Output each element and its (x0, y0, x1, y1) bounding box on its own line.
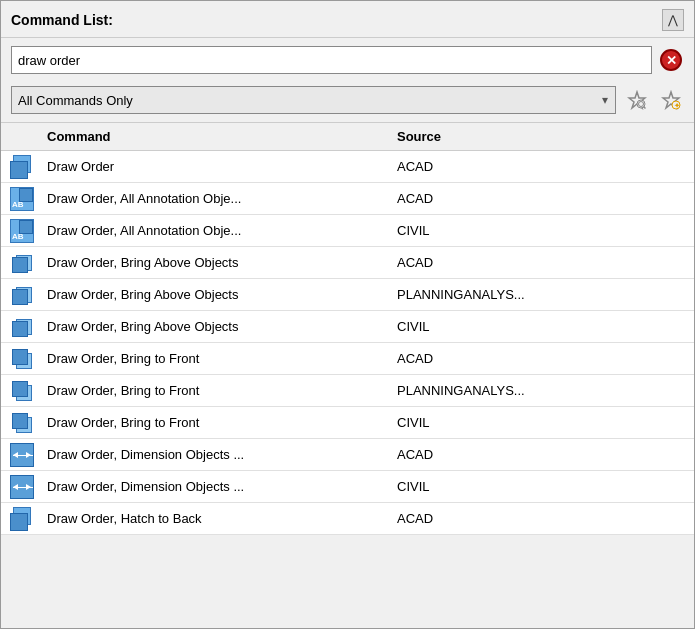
star-edit-icon: ✦ (661, 90, 681, 110)
col-source-header: Source (393, 127, 694, 146)
row-command-text: Draw Order, Bring Above Objects (43, 283, 393, 306)
row-command-text: Draw Order, Bring to Front (43, 411, 393, 434)
row-icon (1, 443, 43, 467)
row-icon (1, 475, 43, 499)
collapse-button[interactable]: ⋀ (662, 9, 684, 31)
row-source-text: ACAD (393, 187, 694, 210)
table-container: Command Source Draw OrderACAD AB Draw Or… (1, 122, 694, 628)
col-command-header: Command (43, 127, 393, 146)
table-row[interactable]: Draw Order, Bring to FrontPLANNINGANALYS… (1, 375, 694, 407)
row-source-text: ACAD (393, 443, 694, 466)
row-icon (1, 347, 43, 371)
row-source-text: CIVIL (393, 475, 694, 498)
table-row[interactable]: AB Draw Order, All Annotation Obje...CIV… (1, 215, 694, 247)
row-source-text: ACAD (393, 251, 694, 274)
filter-row: All Commands Only ACAD Commands Only CIV… (1, 82, 694, 122)
bring-front-icon (10, 379, 34, 403)
window-title: Command List: (11, 12, 113, 28)
ab-icon: AB (10, 187, 34, 211)
row-command-text: Draw Order, All Annotation Obje... (43, 187, 393, 210)
row-icon (1, 379, 43, 403)
row-icon (1, 315, 43, 339)
row-icon: AB (1, 219, 43, 243)
row-command-text: Draw Order, Bring Above Objects (43, 315, 393, 338)
table-body[interactable]: Draw OrderACAD AB Draw Order, All Annota… (1, 151, 694, 628)
dimension-icon (10, 475, 34, 499)
row-command-text: Draw Order, Dimension Objects ... (43, 443, 393, 466)
star-active-button[interactable] (624, 87, 650, 113)
table-row[interactable]: Draw Order, Bring Above ObjectsACAD (1, 247, 694, 279)
bring-above-icon (10, 315, 34, 339)
svg-line-3 (644, 107, 646, 109)
row-source-text: ACAD (393, 347, 694, 370)
table-row[interactable]: Draw Order, Dimension Objects ...CIVIL (1, 471, 694, 503)
row-icon (1, 251, 43, 275)
table-row[interactable]: Draw Order, Bring to FrontACAD (1, 343, 694, 375)
row-icon (1, 507, 43, 531)
star-inactive-button[interactable]: ✦ (658, 87, 684, 113)
clear-icon: ✕ (660, 49, 682, 71)
row-icon: AB (1, 187, 43, 211)
row-source-text: ACAD (393, 155, 694, 178)
dimension-icon (10, 443, 34, 467)
row-command-text: Draw Order, Dimension Objects ... (43, 475, 393, 498)
row-source-text: CIVIL (393, 411, 694, 434)
clear-button[interactable]: ✕ (658, 47, 684, 73)
row-source-text: PLANNINGANALYS... (393, 379, 694, 402)
bring-above-icon (10, 251, 34, 275)
bring-front-icon (10, 347, 34, 371)
star-with-search-icon (627, 90, 647, 110)
search-row: ✕ (1, 38, 694, 82)
bring-front-icon (10, 411, 34, 435)
row-source-text: CIVIL (393, 315, 694, 338)
row-source-text: ACAD (393, 507, 694, 530)
table-row[interactable]: Draw Order, Hatch to BackACAD (1, 503, 694, 535)
row-command-text: Draw Order, Bring to Front (43, 347, 393, 370)
row-command-text: Draw Order, All Annotation Obje... (43, 219, 393, 242)
table-row[interactable]: Draw OrderACAD (1, 151, 694, 183)
row-command-text: Draw Order, Bring Above Objects (43, 251, 393, 274)
search-input[interactable] (11, 46, 652, 74)
layers-icon (10, 155, 34, 179)
ab-icon: AB (10, 219, 34, 243)
row-command-text: Draw Order, Bring to Front (43, 379, 393, 402)
command-list-window: Command List: ⋀ ✕ All Commands Only ACAD… (0, 0, 695, 629)
layers-icon (10, 507, 34, 531)
filter-select[interactable]: All Commands Only ACAD Commands Only CIV… (11, 86, 616, 114)
filter-select-wrapper: All Commands Only ACAD Commands Only CIV… (11, 86, 616, 114)
title-bar: Command List: ⋀ (1, 1, 694, 38)
table-row[interactable]: Draw Order, Bring Above ObjectsPLANNINGA… (1, 279, 694, 311)
table-row[interactable]: Draw Order, Bring to FrontCIVIL (1, 407, 694, 439)
row-command-text: Draw Order, Hatch to Back (43, 507, 393, 530)
svg-text:✦: ✦ (674, 102, 680, 109)
row-command-text: Draw Order (43, 155, 393, 178)
row-icon (1, 411, 43, 435)
table-row[interactable]: Draw Order, Bring Above ObjectsCIVIL (1, 311, 694, 343)
table-row[interactable]: AB Draw Order, All Annotation Obje...ACA… (1, 183, 694, 215)
table-row[interactable]: Draw Order, Dimension Objects ...ACAD (1, 439, 694, 471)
table-header: Command Source (1, 123, 694, 151)
row-icon (1, 155, 43, 179)
row-source-text: PLANNINGANALYS... (393, 283, 694, 306)
row-source-text: CIVIL (393, 219, 694, 242)
bring-above-icon (10, 283, 34, 307)
row-icon (1, 283, 43, 307)
